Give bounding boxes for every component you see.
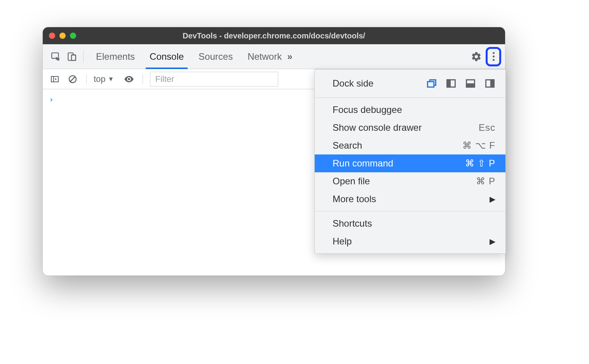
panel-tabs: Elements Console Sources Network — [96, 44, 282, 69]
menu-shortcuts[interactable]: Shortcuts — [315, 215, 505, 232]
context-label: top — [94, 74, 106, 84]
live-expression-icon[interactable] — [122, 73, 136, 86]
minimize-window-button[interactable] — [59, 33, 66, 39]
menu-help[interactable]: Help ▶ — [315, 232, 505, 250]
tab-sources[interactable]: Sources — [199, 44, 233, 69]
dock-side-row: Dock side — [315, 73, 505, 94]
svg-line-7 — [70, 77, 75, 81]
more-tabs-icon[interactable]: » — [282, 51, 298, 62]
maximize-window-button[interactable] — [70, 33, 76, 39]
console-prompt: › — [49, 95, 54, 104]
subtoolbar-divider-2 — [143, 74, 143, 84]
svg-rect-8 — [428, 81, 434, 87]
settings-gear-icon[interactable] — [469, 49, 484, 64]
svg-rect-2 — [71, 55, 76, 60]
tab-elements[interactable]: Elements — [96, 44, 135, 69]
menu-focus-debuggee[interactable]: Focus debuggee — [315, 101, 505, 119]
clear-console-icon[interactable] — [66, 73, 79, 86]
subtoolbar-divider — [86, 74, 87, 84]
window-title: DevTools - developer.chrome.com/docs/dev… — [183, 31, 365, 40]
menu-more-tools[interactable]: More tools ▶ — [315, 190, 505, 208]
menu-open-file[interactable]: Open file ⌘ P — [315, 172, 505, 190]
window-controls — [49, 33, 76, 39]
svg-rect-4 — [51, 76, 58, 82]
main-toolbar: Elements Console Sources Network » — [43, 44, 505, 69]
svg-rect-14 — [491, 80, 494, 87]
device-toolbar-icon[interactable] — [64, 49, 79, 64]
close-window-button[interactable] — [49, 33, 55, 39]
chevron-right-icon: ▶ — [490, 194, 495, 204]
menu-show-console-drawer[interactable]: Show console drawer Esc — [315, 119, 505, 137]
filter-input[interactable] — [150, 72, 278, 87]
context-selector[interactable]: top ▼ — [94, 74, 114, 84]
svg-rect-12 — [467, 84, 475, 87]
inspect-element-icon[interactable] — [48, 49, 64, 64]
kebab-icon — [493, 52, 495, 61]
svg-rect-0 — [52, 53, 58, 58]
svg-rect-10 — [447, 80, 450, 87]
menu-search[interactable]: Search ⌘ ⌥ F — [315, 137, 505, 154]
dock-left-icon[interactable] — [446, 78, 457, 89]
menu-run-command[interactable]: Run command ⌘ ⇧ P — [315, 154, 505, 172]
dock-undock-icon[interactable] — [426, 78, 437, 89]
dock-right-icon[interactable] — [484, 78, 495, 89]
tab-network[interactable]: Network — [247, 44, 282, 69]
devtools-window: DevTools - developer.chrome.com/docs/dev… — [43, 27, 505, 276]
toggle-sidebar-icon[interactable] — [48, 73, 61, 86]
caret-down-icon: ▼ — [108, 76, 114, 83]
dock-side-label: Dock side — [333, 78, 421, 89]
options-menu: Dock side — [314, 69, 506, 254]
chevron-right-icon: ▶ — [490, 237, 495, 246]
more-options-button[interactable] — [486, 47, 501, 66]
dock-bottom-icon[interactable] — [465, 78, 476, 89]
toolbar-divider — [83, 51, 84, 62]
titlebar: DevTools - developer.chrome.com/docs/dev… — [43, 27, 505, 44]
tab-console[interactable]: Console — [150, 44, 184, 69]
